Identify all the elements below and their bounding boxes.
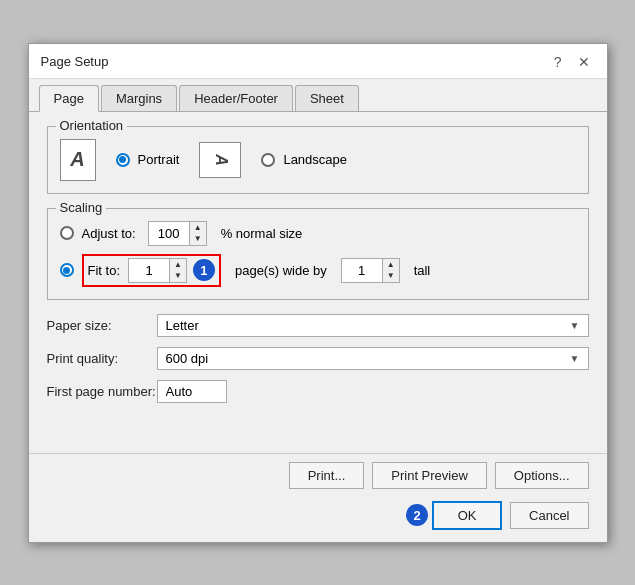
first-page-label: First page number:: [47, 384, 157, 399]
portrait-radio[interactable]: [116, 153, 130, 167]
title-bar: Page Setup ? ✕: [29, 44, 607, 79]
adjust-suffix: % normal size: [221, 226, 303, 241]
help-button[interactable]: ?: [549, 52, 567, 72]
first-page-row: First page number:: [47, 380, 589, 403]
adjust-input[interactable]: [149, 224, 189, 243]
fit-radio[interactable]: [60, 263, 74, 277]
paper-size-value: Letter: [166, 318, 199, 333]
fit-wide-input[interactable]: [129, 261, 169, 280]
portrait-icon: A: [60, 139, 96, 181]
print-quality-dropdown[interactable]: 600 dpi ▼: [157, 347, 589, 370]
close-button[interactable]: ✕: [573, 52, 595, 72]
adjust-up-button[interactable]: ▲: [190, 222, 206, 234]
fit-label: Fit to:: [88, 263, 121, 278]
print-quality-row: Print quality: 600 dpi ▼: [47, 347, 589, 370]
adjust-label: Adjust to:: [82, 226, 136, 241]
scaling-label: Scaling: [56, 200, 107, 215]
tab-bar: Page Margins Header/Footer Sheet: [29, 79, 607, 112]
orientation-options: A Portrait A Landscape: [60, 135, 576, 181]
tab-sheet[interactable]: Sheet: [295, 85, 359, 111]
page-setup-dialog: Page Setup ? ✕ Page Margins Header/Foote…: [28, 43, 608, 543]
title-controls: ? ✕: [549, 52, 595, 72]
adjust-down-button[interactable]: ▼: [190, 233, 206, 245]
print-quality-value: 600 dpi: [166, 351, 209, 366]
paper-size-label: Paper size:: [47, 318, 157, 333]
paper-size-dropdown[interactable]: Letter ▼: [157, 314, 589, 337]
action-buttons: Print... Print Preview Options...: [29, 453, 607, 495]
badge-1: 1: [193, 259, 215, 281]
print-quality-label: Print quality:: [47, 351, 157, 366]
options-button[interactable]: Options...: [495, 462, 589, 489]
fit-tall-down[interactable]: ▼: [383, 270, 399, 282]
print-preview-button[interactable]: Print Preview: [372, 462, 487, 489]
adjust-row: Adjust to: ▲ ▼ % normal size: [60, 221, 576, 246]
fit-wide-spinbox[interactable]: ▲ ▼: [128, 258, 187, 283]
fit-tall-up[interactable]: ▲: [383, 259, 399, 271]
scaling-group: Scaling Adjust to: ▲ ▼ % normal size: [47, 208, 589, 300]
adjust-spinbox-buttons: ▲ ▼: [189, 222, 206, 245]
fit-tall-label: tall: [414, 263, 431, 278]
fit-highlight-box: Fit to: ▲ ▼ 1: [82, 254, 221, 287]
landscape-icon: A: [199, 142, 241, 178]
fit-wide-label: page(s) wide by: [235, 263, 327, 278]
ok-badge-row: 2 OK: [406, 501, 502, 530]
fit-to-row: Fit to: ▲ ▼ 1 page(s) wide by: [60, 254, 576, 287]
ok-button[interactable]: OK: [432, 501, 502, 530]
landscape-radio[interactable]: [261, 153, 275, 167]
landscape-option[interactable]: Landscape: [261, 152, 347, 167]
cancel-button[interactable]: Cancel: [510, 502, 588, 529]
paper-size-row: Paper size: Letter ▼: [47, 314, 589, 337]
fit-wide-buttons: ▲ ▼: [169, 259, 186, 282]
print-button[interactable]: Print...: [289, 462, 365, 489]
print-quality-arrow: ▼: [570, 353, 580, 364]
portrait-label: Portrait: [138, 152, 180, 167]
orientation-group: Orientation A Portrait A Landsc: [47, 126, 589, 194]
footer-row: 2 OK Cancel: [29, 495, 607, 542]
fit-tall-buttons: ▲ ▼: [382, 259, 399, 282]
tab-margins[interactable]: Margins: [101, 85, 177, 111]
fit-wide-up[interactable]: ▲: [170, 259, 186, 271]
fit-tall-input[interactable]: [342, 261, 382, 280]
adjust-spinbox[interactable]: ▲ ▼: [148, 221, 207, 246]
first-page-input[interactable]: [157, 380, 227, 403]
paper-size-arrow: ▼: [570, 320, 580, 331]
landscape-label: Landscape: [283, 152, 347, 167]
tab-header-footer[interactable]: Header/Footer: [179, 85, 293, 111]
dialog-content: Orientation A Portrait A Landsc: [29, 112, 607, 453]
tab-page[interactable]: Page: [39, 85, 99, 112]
adjust-radio[interactable]: [60, 226, 74, 240]
portrait-option[interactable]: Portrait: [116, 152, 180, 167]
dialog-title: Page Setup: [41, 54, 109, 69]
fit-tall-spinbox[interactable]: ▲ ▼: [341, 258, 400, 283]
fit-wide-down[interactable]: ▼: [170, 270, 186, 282]
badge-2: 2: [406, 504, 428, 526]
orientation-label: Orientation: [56, 118, 128, 133]
